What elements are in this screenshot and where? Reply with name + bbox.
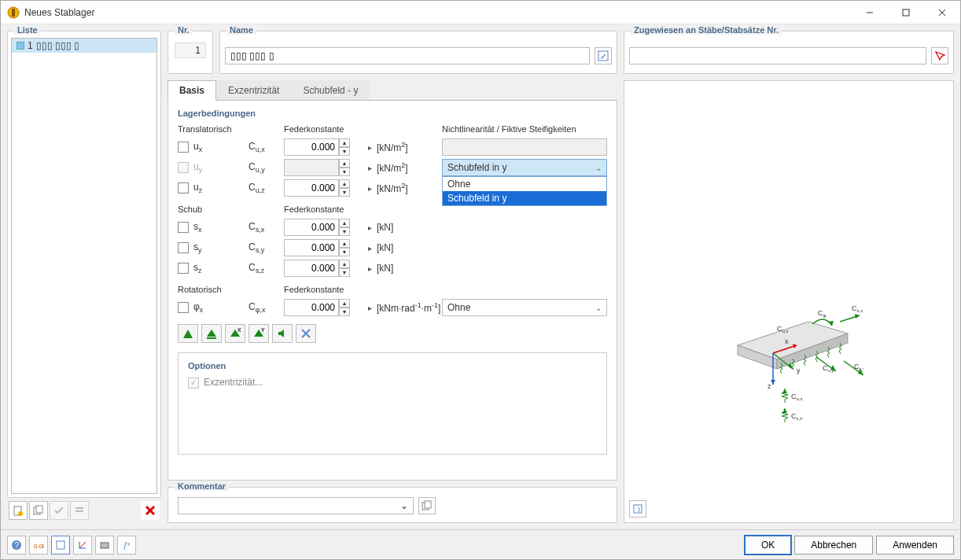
comment-library-button[interactable]	[418, 497, 436, 514]
support-type-sound-button[interactable]	[272, 324, 293, 343]
support-type-cross-button[interactable]	[296, 324, 316, 343]
cuy-menu[interactable]: ▸	[364, 159, 375, 176]
options-section-title: Optionen	[188, 361, 597, 370]
assign-label: Zugewiesen an Stäbe/Stabsätze Nr.	[631, 25, 782, 35]
list-delete-button[interactable]	[141, 501, 160, 520]
svg-text:Cs,x: Cs,x	[852, 304, 863, 313]
svg-text:Y: Y	[261, 327, 265, 333]
uy-nonlin-dropdown[interactable]: Schubfeld in y ⌄ Ohne Schubfeld in y	[442, 159, 607, 176]
list-box[interactable]: 1 ▯▯▯ ▯▯▯ ▯	[11, 38, 157, 494]
support-type-x-button[interactable]: X	[225, 324, 245, 343]
units-button[interactable]: 0.00	[29, 536, 48, 554]
csx-input[interactable]	[284, 219, 339, 236]
dd-option-schubfeld[interactable]: Schubfeld in y	[443, 191, 606, 205]
svg-rect-9	[36, 506, 42, 513]
svg-rect-3	[903, 9, 909, 16]
cancel-button[interactable]: Abbrechen	[794, 536, 873, 554]
ux-nonlin-dropdown	[442, 138, 607, 156]
csz-input[interactable]	[284, 260, 339, 277]
uy-checkbox	[178, 162, 189, 173]
cux-menu[interactable]: ▸	[364, 138, 375, 156]
list-item[interactable]: 1 ▯▯▯ ▯▯▯ ▯	[12, 39, 156, 53]
assign-pick-button[interactable]	[931, 47, 948, 64]
preview-diagram: x y z Cφ Cs,x	[714, 282, 863, 432]
cuz-input[interactable]	[284, 179, 339, 197]
svg-rect-62	[101, 543, 109, 548]
sy-checkbox[interactable]	[178, 242, 189, 253]
chevron-down-icon: ⌄	[595, 164, 602, 172]
svg-marker-15	[183, 330, 193, 338]
cuz-menu[interactable]: ▸	[364, 179, 375, 197]
name-input[interactable]	[225, 47, 590, 64]
svg-text:?: ?	[15, 541, 20, 550]
uy-nonlin-dropdown-list[interactable]: Ohne Schubfeld in y	[442, 176, 607, 206]
ok-button[interactable]: OK	[745, 536, 791, 554]
exz-label: Exzentrizität...	[204, 377, 263, 388]
script-button[interactable]: ƒx	[117, 536, 136, 554]
cux-spin-down[interactable]: ▼	[339, 147, 350, 156]
csz-menu[interactable]: ▸	[364, 260, 375, 277]
close-button[interactable]	[924, 1, 960, 24]
support-type-1-button[interactable]	[178, 324, 198, 343]
assign-input[interactable]	[629, 47, 926, 64]
svg-text:y: y	[797, 367, 801, 374]
cuz-spin-up[interactable]: ▲	[339, 179, 350, 188]
cuy-input	[284, 159, 339, 176]
coord-button[interactable]	[51, 536, 70, 554]
svg-text:Cu,z: Cu,z	[791, 392, 803, 401]
name-edit-button[interactable]	[595, 47, 612, 64]
cuz-spin-down[interactable]: ▼	[339, 188, 350, 197]
phix-checkbox[interactable]	[178, 302, 189, 313]
window-title: Neues Stablager	[24, 7, 852, 18]
tab-basis[interactable]: Basis	[168, 80, 216, 101]
csx-menu[interactable]: ▸	[364, 219, 375, 236]
preview-expand-button[interactable]	[629, 500, 646, 518]
rot-header: Rotatorisch	[178, 285, 249, 294]
sx-checkbox[interactable]	[178, 222, 189, 233]
uz-checkbox[interactable]	[178, 182, 189, 193]
sz-checkbox[interactable]	[178, 263, 189, 274]
svg-point-7	[18, 511, 23, 516]
support-type-2-button[interactable]	[201, 324, 222, 343]
dd-option-ohne[interactable]: Ohne	[443, 177, 606, 191]
tab-exzentrizitat[interactable]: Exzentrizität	[216, 80, 291, 100]
csy-menu[interactable]: ▸	[364, 239, 375, 256]
svg-rect-58	[57, 541, 64, 549]
ux-checkbox[interactable]	[178, 142, 189, 153]
cux-spin-up[interactable]: ▲	[339, 138, 350, 147]
translat-header: Translatorisch	[178, 124, 249, 134]
cuy-spin-down: ▼	[339, 168, 350, 176]
svg-text:X: X	[237, 327, 241, 333]
svg-text:Cu,x: Cu,x	[777, 325, 789, 333]
svg-text:Cs,z: Cs,z	[791, 412, 802, 421]
cux-input[interactable]	[284, 138, 339, 156]
list-new-button[interactable]	[9, 501, 28, 520]
cphix-menu[interactable]: ▸	[364, 299, 375, 316]
name-label: Name	[226, 25, 256, 35]
list-copy-button[interactable]	[29, 501, 48, 520]
cphix-input[interactable]	[284, 299, 339, 316]
support-type-y-button[interactable]: Y	[249, 324, 269, 343]
svg-line-59	[79, 542, 86, 548]
svg-marker-36	[771, 380, 775, 385]
schub-header: Schub	[178, 204, 249, 214]
svg-marker-49	[782, 389, 787, 393]
minimize-button[interactable]	[852, 1, 888, 24]
chevron-down-icon: ⌄	[400, 500, 408, 511]
comment-input[interactable]: ⌄	[178, 497, 414, 514]
svg-text:z: z	[768, 382, 771, 390]
help-button[interactable]: ?	[7, 536, 26, 554]
app-icon	[7, 6, 20, 19]
svg-marker-16	[207, 330, 216, 337]
list-item-color	[17, 42, 24, 50]
axis-button[interactable]	[73, 536, 92, 554]
svg-text:Cs,y: Cs,y	[854, 363, 863, 371]
tab-schubfeld-y[interactable]: Schubfeld - y	[291, 80, 370, 100]
maximize-button[interactable]	[888, 1, 924, 24]
phix-nonlin-dropdown[interactable]: Ohne⌄	[442, 299, 607, 316]
csy-input[interactable]	[284, 239, 339, 256]
list-settings-button	[70, 501, 89, 520]
preview-toggle-button[interactable]	[95, 536, 114, 554]
list-check-button	[50, 501, 68, 520]
apply-button[interactable]: Anwenden	[876, 536, 954, 554]
